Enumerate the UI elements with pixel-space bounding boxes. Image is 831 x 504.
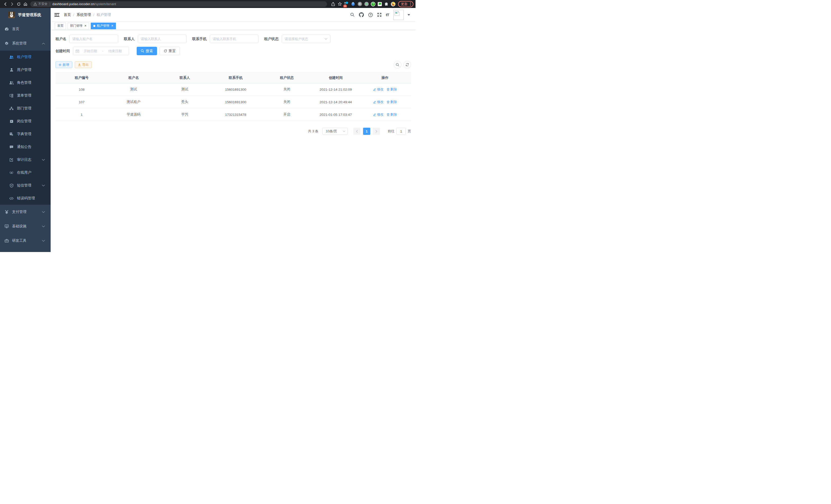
goto-page-input[interactable] bbox=[397, 128, 406, 135]
user-avatar[interactable] bbox=[393, 10, 404, 20]
date-range-picker[interactable]: 开始日期 - 结束日期 bbox=[73, 47, 129, 55]
avatar-dropdown-caret-icon[interactable] bbox=[407, 14, 410, 16]
edit-link[interactable]: 修改 bbox=[373, 112, 384, 117]
github-icon[interactable] bbox=[359, 12, 364, 17]
breadcrumb-home[interactable]: 首页 bbox=[64, 12, 71, 17]
cell-phone: 17321315478 bbox=[210, 109, 261, 121]
edit-link[interactable]: 修改 bbox=[373, 87, 384, 92]
font-size-icon[interactable]: tT bbox=[386, 12, 389, 17]
help-icon[interactable]: ? bbox=[368, 12, 373, 17]
tab-0[interactable]: 首页 bbox=[55, 23, 66, 29]
sidebar-item-5[interactable]: 菜单管理 bbox=[0, 89, 51, 102]
sidebar-item-0[interactable]: 首页 bbox=[0, 22, 51, 36]
breadcrumb: 首页 / 系统管理 / 租户管理 bbox=[64, 12, 111, 17]
create-time-label: 创建时间 bbox=[56, 49, 73, 53]
delete-link[interactable]: 删除 bbox=[387, 87, 397, 92]
contact-input[interactable] bbox=[138, 35, 187, 43]
url-path: /system/tenant bbox=[94, 2, 116, 6]
sidebar-item-9[interactable]: 通知公告 bbox=[0, 141, 51, 153]
browser-update-button[interactable]: 更新 bbox=[398, 1, 413, 7]
sidebar-item-label: 研发工具 bbox=[12, 238, 26, 243]
date-start-placeholder: 开始日期 bbox=[79, 49, 102, 53]
delete-link[interactable]: 删除 bbox=[387, 100, 397, 104]
yen-icon bbox=[4, 210, 9, 214]
tab-2[interactable]: 租户管理✕ bbox=[91, 23, 116, 29]
sidebar-item-4[interactable]: 角色管理 bbox=[0, 76, 51, 89]
tenant-name-input[interactable] bbox=[69, 35, 118, 43]
browser-menu-icon[interactable] bbox=[409, 2, 412, 6]
sidebar-item-1[interactable]: 系统管理 bbox=[0, 36, 51, 51]
active-tab-dot bbox=[93, 25, 95, 27]
bookmark-star-icon[interactable] bbox=[336, 1, 343, 7]
reset-button[interactable]: 重置 bbox=[160, 47, 180, 55]
message-icon bbox=[9, 145, 13, 149]
close-tab-icon[interactable]: ✕ bbox=[111, 24, 113, 27]
url-text[interactable]: dashboard.yudao.iocoder.cn/system/tenant bbox=[52, 2, 116, 6]
sidebar-item-15[interactable]: 基础设施 bbox=[0, 219, 51, 234]
sidebar-item-13[interactable]: 错误码管理 bbox=[0, 192, 51, 205]
toggle-search-button[interactable] bbox=[394, 61, 401, 68]
cell-id: 1 bbox=[56, 109, 108, 121]
browser-forward-icon[interactable] bbox=[9, 1, 16, 7]
sidebar-item-6[interactable]: 部门管理 bbox=[0, 102, 51, 115]
fullscreen-icon[interactable] bbox=[377, 12, 381, 17]
status-select[interactable]: 请选择租户状态 bbox=[282, 35, 331, 43]
not-secure-label[interactable]: 不安全 bbox=[38, 2, 48, 6]
share-icon[interactable] bbox=[330, 1, 336, 7]
page-number-button[interactable]: 1 bbox=[363, 128, 370, 135]
profile-avatar-icon[interactable] bbox=[390, 1, 396, 7]
tab-1[interactable]: 部门管理✕ bbox=[67, 23, 89, 29]
sidebar-item-label: 支付管理 bbox=[12, 210, 26, 214]
cell-name: 芋道源码 bbox=[108, 109, 159, 121]
sidebar-item-label: 系统管理 bbox=[12, 41, 26, 46]
extension-tampermonkey-icon[interactable]: 10 bbox=[344, 1, 349, 7]
add-button[interactable]: 新增 bbox=[56, 61, 72, 68]
sidebar-item-2[interactable]: 租户管理 bbox=[0, 51, 51, 63]
phone-input[interactable] bbox=[210, 35, 258, 43]
extension-balloon-icon[interactable] bbox=[350, 1, 356, 7]
extensions-puzzle-icon[interactable] bbox=[384, 1, 389, 7]
breadcrumb-current: 租户管理 bbox=[96, 12, 111, 17]
export-button[interactable]: 导出 bbox=[75, 61, 92, 68]
app-logo-row[interactable]: 芋道管理系统 bbox=[0, 8, 51, 22]
phone-label: 联系手机 bbox=[192, 37, 210, 41]
sidebar-item-label: 基础设施 bbox=[12, 224, 26, 229]
sidebar-item-12[interactable]: 短信管理 bbox=[0, 179, 51, 192]
filter-row-2: 创建时间 开始日期 - 结束日期 搜索 重置 bbox=[56, 47, 411, 55]
extension-command-icon[interactable]: ⌘ bbox=[357, 1, 363, 7]
sidebar-item-14[interactable]: 支付管理 bbox=[0, 205, 51, 219]
next-page-button[interactable] bbox=[373, 128, 380, 135]
cell-actions: 修改删除 bbox=[359, 83, 411, 96]
users-icon bbox=[9, 56, 13, 59]
sidebar-item-11[interactable]: 在线用户 bbox=[0, 166, 51, 179]
tenant-name-label: 租户名 bbox=[56, 37, 69, 41]
page-size-select[interactable]: 10条/页 bbox=[322, 128, 348, 135]
edit-icon bbox=[373, 88, 376, 91]
browser-back-icon[interactable] bbox=[2, 1, 9, 7]
browser-home-icon[interactable] bbox=[22, 1, 29, 7]
sidebar-item-3[interactable]: 用户管理 bbox=[0, 63, 51, 76]
extension-recorder-icon[interactable] bbox=[364, 1, 369, 7]
header-search-icon[interactable] bbox=[350, 12, 354, 17]
prev-page-button[interactable] bbox=[353, 128, 361, 135]
close-tab-icon[interactable]: ✕ bbox=[84, 24, 87, 27]
sidebar-item-16[interactable]: 研发工具 bbox=[0, 234, 51, 248]
collapse-sidebar-icon[interactable] bbox=[55, 13, 59, 17]
sidebar-item-label: 通知公告 bbox=[17, 145, 31, 149]
extension-y-logo-icon[interactable]: Y bbox=[370, 1, 376, 7]
tab-label: 首页 bbox=[57, 24, 63, 28]
delete-link[interactable]: 删除 bbox=[387, 112, 397, 117]
app-title: 芋道管理系统 bbox=[18, 12, 41, 18]
refresh-icon bbox=[405, 63, 409, 66]
sidebar-item-8[interactable]: 字典管理 bbox=[0, 128, 51, 141]
browser-reload-icon[interactable] bbox=[16, 1, 22, 7]
sidebar-item-10[interactable]: 审计日志 bbox=[0, 153, 51, 166]
search-button[interactable]: 搜索 bbox=[137, 47, 157, 55]
refresh-table-button[interactable] bbox=[403, 61, 411, 68]
edit-log-icon bbox=[9, 158, 13, 161]
edit-link[interactable]: 修改 bbox=[373, 100, 384, 104]
address-bar[interactable]: 不安全 dashboard.yudao.iocoder.cn/system/te… bbox=[30, 1, 327, 7]
sidebar-item-7[interactable]: 岗位管理 bbox=[0, 115, 51, 128]
breadcrumb-section[interactable]: 系统管理 bbox=[77, 12, 91, 17]
extension-chat-icon[interactable] bbox=[377, 1, 382, 7]
